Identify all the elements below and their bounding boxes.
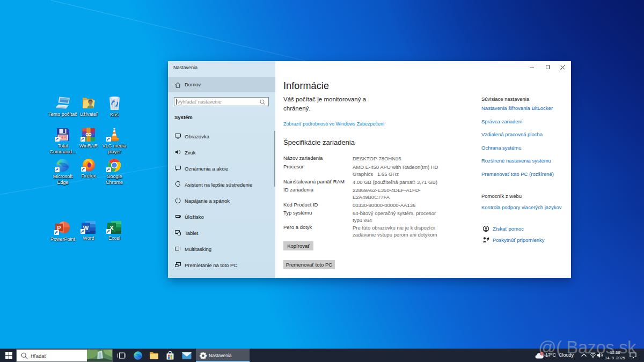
svg-text:≡64%: ≡64% xyxy=(61,137,67,139)
